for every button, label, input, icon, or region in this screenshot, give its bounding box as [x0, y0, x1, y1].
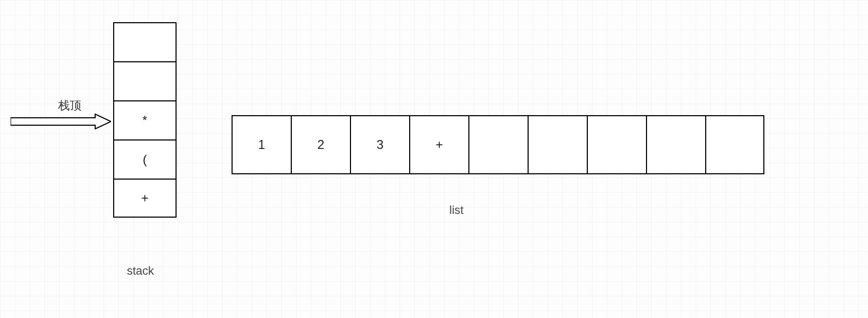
stack-label: stack [127, 264, 154, 278]
stack-cell: * [113, 100, 177, 139]
list-cell [646, 115, 705, 174]
list-label: list [449, 203, 464, 217]
list-cell [468, 115, 528, 174]
stack-cell [113, 22, 177, 61]
svg-marker-0 [11, 114, 111, 129]
stack-container: * ( + [113, 22, 177, 218]
list-cell [587, 115, 646, 174]
list-cell: 1 [232, 115, 291, 174]
list-container: 1 2 3 + [232, 115, 764, 174]
arrow-icon [11, 114, 111, 129]
list-cell: 2 [291, 115, 350, 174]
stack-cell: ( [113, 139, 177, 179]
stack-cell [113, 61, 177, 100]
stack-top-label: 栈顶 [58, 98, 81, 114]
list-cell: 3 [350, 115, 409, 174]
list-cell [705, 115, 764, 174]
stack-cell: + [113, 179, 177, 218]
list-cell [528, 115, 587, 174]
list-cell: + [409, 115, 468, 174]
